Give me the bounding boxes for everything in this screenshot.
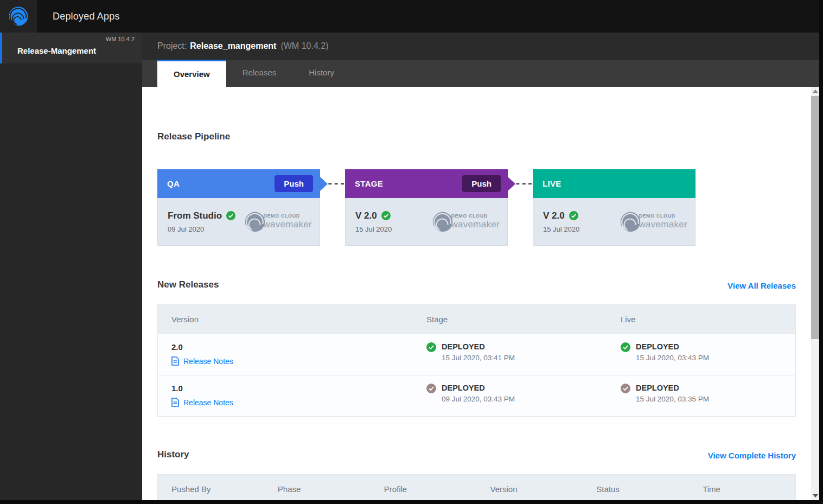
release-pipeline-heading: Release Pipeline — [157, 87, 796, 142]
live-card-body: V 2.0 15 Jul 2020 — [533, 198, 696, 246]
history-heading: History — [157, 449, 189, 460]
project-header: Project: Release_mangement (WM 10.4.2) — [142, 33, 823, 60]
demo-cloud-logo: DEMO CLOUD wavemaker — [243, 209, 312, 234]
sidebar: WM 10.4.2 Release-Mangement — [0, 33, 142, 500]
pipeline-card-qa: QA Push From Studio 09 Jul 2020 — [157, 169, 320, 246]
new-releases-table: Version Stage Live 2.0 Release Notes — [157, 304, 796, 417]
release-notes-link[interactable]: Release Notes — [171, 356, 413, 366]
wavemaker-text: wavemaker — [639, 219, 687, 230]
column-phase: Phase — [264, 484, 371, 494]
demo-cloud-logo: DEMO CLOUD wavemaker — [618, 209, 687, 234]
view-all-releases-link[interactable]: View All Releases — [728, 281, 796, 290]
column-version: Version — [476, 484, 583, 494]
vertical-scrollbar[interactable] — [811, 87, 819, 500]
demo-cloud-text: DEMO CLOUD — [639, 213, 687, 219]
release-pipeline: QA Push From Studio 09 Jul 2020 — [157, 169, 796, 246]
live-status: DEPLOYED — [636, 342, 709, 351]
view-complete-history-link[interactable]: View Complete History — [708, 451, 796, 460]
live-time: 15 Jul 2020, 03:43 PM — [636, 354, 709, 362]
scrollbar-thumb[interactable] — [811, 96, 819, 339]
column-pushed-by: Pushed By — [158, 484, 264, 494]
stage-version-label: V 2.0 — [355, 210, 377, 221]
stage-time: 09 Jul 2020, 03:43 PM — [442, 395, 515, 403]
wavemaker-logo-icon — [7, 5, 30, 28]
check-circle-muted-icon — [426, 384, 436, 393]
qa-card-header: QA Push — [157, 169, 320, 198]
check-circle-icon — [226, 211, 235, 220]
sidebar-item-release-mangement[interactable]: WM 10.4.2 Release-Mangement — [0, 33, 142, 63]
window-right-edge — [819, 0, 823, 504]
window-bottom-edge — [0, 500, 823, 504]
live-card-header: LIVE — [533, 169, 696, 198]
column-status: Status — [583, 484, 689, 494]
wavemaker-text: wavemaker — [263, 219, 312, 230]
stage-status: DEPLOYED — [442, 342, 515, 351]
stage-card-body: V 2.0 15 Jul 2020 — [345, 198, 508, 246]
project-name: Release_mangement — [190, 41, 276, 51]
stage-stage-name: STAGE — [355, 179, 383, 188]
column-stage: Stage — [413, 315, 607, 324]
column-live: Live — [607, 315, 795, 324]
qa-version-label: From Studio — [168, 210, 222, 221]
column-profile: Profile — [371, 484, 477, 494]
demo-cloud-text: DEMO CLOUD — [263, 213, 312, 219]
sidebar-item-label: Release-Mangement — [17, 46, 96, 55]
check-circle-muted-icon — [621, 384, 630, 393]
history-table: Pushed By Phase Profile Version Status T… — [157, 474, 796, 500]
qa-deploy-date: 09 Jul 2020 — [168, 225, 235, 233]
main-content: Release Pipeline QA Push From Studio — [142, 87, 811, 500]
table-row: 2.0 Release Notes DEPLOYED 1 — [158, 334, 795, 375]
arrow-right-icon — [508, 177, 515, 191]
check-circle-icon — [621, 342, 630, 352]
wavemaker-text: wavemaker — [451, 219, 500, 230]
stage-card-header: STAGE Push — [345, 169, 508, 198]
check-circle-icon — [569, 211, 578, 220]
app-logo-tile[interactable] — [0, 0, 37, 33]
table-row: 1.0 Release Notes DEPLOYED 0 — [158, 375, 795, 416]
document-icon — [171, 398, 179, 407]
scroll-down-arrow-icon[interactable] — [813, 494, 818, 497]
qa-stage-name: QA — [167, 179, 180, 188]
live-stage-name: LIVE — [543, 179, 562, 188]
check-circle-icon — [381, 211, 391, 220]
stage-status: DEPLOYED — [442, 384, 515, 392]
live-time: 15 Jul 2020, 03:35 PM — [636, 395, 709, 403]
live-status: DEPLOYED — [636, 384, 709, 392]
wm-version-badge: WM 10.4.2 — [106, 36, 135, 42]
stage-time: 15 Jul 2020, 03:41 PM — [442, 354, 515, 362]
qa-card-body: From Studio 09 Jul 2020 — [157, 198, 320, 246]
demo-cloud-text: DEMO CLOUD — [451, 213, 500, 219]
release-version: 2.0 — [171, 342, 413, 352]
project-version: (WM 10.4.2) — [280, 41, 328, 51]
stage-deploy-date: 15 Jul 2020 — [355, 225, 392, 233]
document-icon — [171, 356, 179, 366]
history-table-header: Pushed By Phase Profile Version Status T… — [158, 475, 795, 500]
tab-history[interactable]: History — [292, 60, 350, 87]
tab-releases[interactable]: Releases — [226, 60, 293, 87]
release-notes-link[interactable]: Release Notes — [171, 398, 413, 407]
project-label: Project: — [157, 41, 187, 51]
check-circle-icon — [426, 342, 436, 352]
top-bar: Deployed Apps — [0, 0, 823, 33]
live-version-label: V 2.0 — [543, 210, 565, 221]
column-version: Version — [158, 315, 413, 324]
column-time: Time — [689, 484, 795, 494]
live-deploy-date: 15 Jul 2020 — [543, 225, 579, 233]
tabs-bar: Overview Releases History — [142, 60, 823, 87]
tab-overview[interactable]: Overview — [157, 60, 226, 87]
new-releases-heading: New Releases — [157, 279, 219, 290]
demo-cloud-logo: DEMO CLOUD wavemaker — [430, 209, 500, 234]
pipeline-card-stage: STAGE Push V 2.0 15 Jul 2020 — [345, 169, 508, 246]
pipeline-card-live: LIVE V 2.0 15 Jul 2020 — [533, 169, 696, 246]
arrow-right-icon — [320, 177, 328, 191]
qa-push-button[interactable]: Push — [275, 175, 313, 192]
releases-table-header: Version Stage Live — [158, 305, 795, 334]
scroll-up-arrow-icon[interactable] — [813, 90, 818, 93]
page-title: Deployed Apps — [53, 0, 120, 33]
stage-push-button[interactable]: Push — [462, 175, 501, 192]
release-version: 1.0 — [171, 384, 413, 393]
